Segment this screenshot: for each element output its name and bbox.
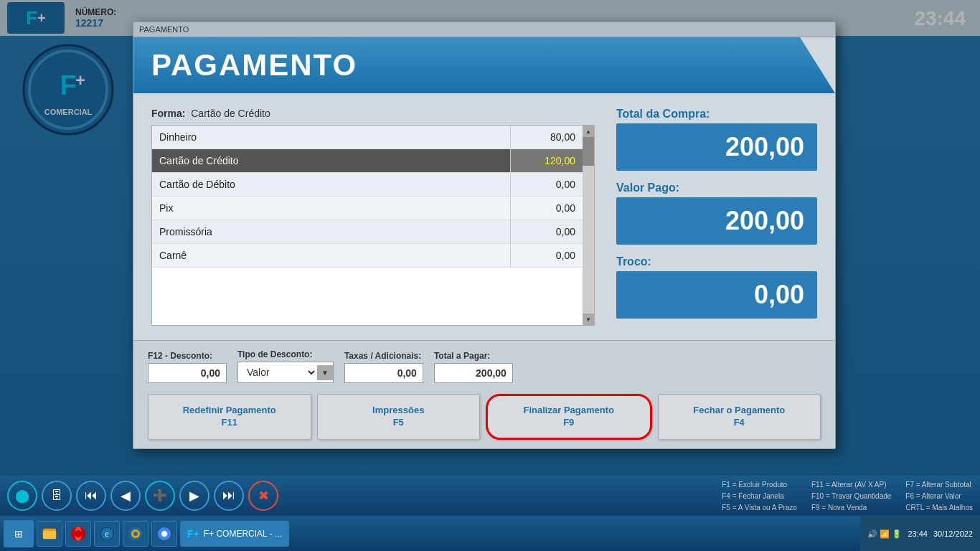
impressoes-button[interactable]: ImpressõesF5 bbox=[317, 394, 481, 440]
svg-point-11 bbox=[75, 530, 82, 537]
tipo-desconto-arrow[interactable]: ▼ bbox=[317, 365, 333, 380]
modal-header: PAGAMENTO bbox=[133, 37, 835, 93]
tray-date: 30/12/2022 bbox=[933, 529, 973, 538]
scroll-down-arrow[interactable]: ▼ bbox=[583, 314, 594, 325]
payment-row-5[interactable]: Carnê0,00 bbox=[152, 244, 594, 268]
nav-btn-next[interactable]: ▶ bbox=[179, 481, 209, 511]
desconto-label: F12 - Desconto: bbox=[148, 351, 227, 361]
finalizar-button[interactable]: Finalizar PagamentoF9 bbox=[486, 394, 652, 440]
payment-value-5: 0,00 bbox=[511, 244, 583, 267]
fechar-label: Fechar o PagamentoF4 bbox=[693, 405, 785, 428]
left-panel: Forma: Cartão de Crédito Dinheiro80,00Ca… bbox=[151, 108, 595, 326]
modal-body: Forma: Cartão de Crédito Dinheiro80,00Ca… bbox=[151, 108, 817, 326]
taskbar-explorer-icon[interactable] bbox=[37, 521, 62, 547]
payment-name-4: Promissória bbox=[152, 220, 511, 243]
shortcut-f1: F1 = Excluir Produto bbox=[722, 479, 797, 491]
total-pagar-input[interactable] bbox=[434, 363, 513, 383]
shortcut-f4: F4 = Fechar Janela bbox=[722, 491, 797, 502]
troco-section: Troco: 0,00 bbox=[616, 255, 817, 319]
nav-btn-prev[interactable]: ◀ bbox=[110, 481, 141, 511]
tray-time: 23:44 bbox=[908, 529, 928, 538]
payment-name-5: Carnê bbox=[152, 244, 511, 267]
modal-content: Forma: Cartão de Crédito Dinheiro80,00Ca… bbox=[133, 93, 835, 340]
shortcuts-hint: F1 = Excluir Produto F11 = Alterar (AV X… bbox=[722, 479, 973, 514]
scrollbar-thumb[interactable] bbox=[583, 137, 594, 166]
valor-pago-value: 200,00 bbox=[616, 197, 817, 245]
nav-btn-db[interactable]: 🗄 bbox=[42, 481, 72, 511]
svg-text:⊞: ⊞ bbox=[14, 528, 23, 540]
taskbar-firefox-icon[interactable] bbox=[123, 521, 149, 547]
forma-label: Forma: Cartão de Crédito bbox=[151, 108, 595, 119]
taskbar: ⊞ e F+ F+ COMERCIA bbox=[0, 517, 980, 551]
svg-point-18 bbox=[161, 531, 167, 537]
nav-btn-add[interactable]: ➕ bbox=[145, 481, 175, 511]
payment-value-2: 0,00 bbox=[511, 173, 583, 196]
tipo-desconto-select[interactable]: Valor % bbox=[238, 362, 317, 382]
shortcut-f5: F5 = A Vista ou A Prazo bbox=[722, 502, 797, 514]
taskbar-ie-icon[interactable]: e bbox=[94, 521, 120, 547]
modal-bottom: F12 - Desconto: Tipo de Desconto: Valor … bbox=[133, 340, 835, 448]
tipo-desconto-group: Tipo de Desconto: Valor % ▼ bbox=[237, 349, 334, 383]
payment-value-3: 0,00 bbox=[511, 197, 583, 220]
total-compra-label: Total da Compra: bbox=[616, 108, 817, 121]
troco-label: Troco: bbox=[616, 255, 817, 268]
desconto-group: F12 - Desconto: bbox=[148, 351, 227, 383]
nav-btn-first[interactable]: ⏮ bbox=[76, 481, 106, 511]
modal-title: PAGAMENTO bbox=[151, 48, 357, 83]
tipo-desconto-label: Tipo de Desconto: bbox=[237, 349, 334, 359]
shortcut-f7: F7 = Alterar Subtotal bbox=[905, 479, 973, 491]
taskbar-app-label: F+ COMERCIAL - ... bbox=[204, 529, 282, 539]
payment-row-3[interactable]: Pix0,00 bbox=[152, 197, 594, 220]
scroll-up-arrow[interactable]: ▲ bbox=[583, 126, 594, 137]
scrollbar-track[interactable]: ▲ ▼ bbox=[583, 126, 594, 325]
payment-rows: Dinheiro80,00Cartão de Crédito120,00Cart… bbox=[152, 126, 594, 268]
taskbar-fplus-app[interactable]: F+ F+ COMERCIAL - ... bbox=[180, 521, 289, 547]
system-tray: 🔊 📶 🔋 23:44 30/12/2022 bbox=[860, 517, 980, 551]
payment-row-2[interactable]: Cartão de Débito0,00 bbox=[152, 173, 594, 197]
payment-value-1: 120,00 bbox=[511, 149, 583, 172]
valor-pago-label: Valor Pago: bbox=[616, 182, 817, 194]
total-pagar-label: Total a Pagar: bbox=[434, 351, 513, 361]
tipo-desconto-wrapper[interactable]: Valor % ▼ bbox=[237, 362, 334, 383]
taskbar-opera-icon[interactable] bbox=[65, 521, 91, 547]
shortcut-f10: F10 = Travar Quantidade bbox=[811, 491, 891, 502]
right-panel: Total da Compra: 200,00 Valor Pago: 200,… bbox=[616, 108, 817, 326]
payment-value-4: 0,00 bbox=[511, 220, 583, 243]
taskbar-chrome-icon[interactable] bbox=[151, 521, 177, 547]
start-button[interactable]: ⊞ bbox=[4, 520, 34, 547]
forma-strong: Forma: bbox=[151, 108, 185, 119]
svg-text:e: e bbox=[105, 529, 109, 539]
troco-value: 0,00 bbox=[616, 271, 817, 319]
bottom-fields: F12 - Desconto: Tipo de Desconto: Valor … bbox=[148, 349, 821, 383]
nav-btn-close[interactable]: ✖ bbox=[248, 481, 278, 511]
finalizar-label: Finalizar PagamentoF9 bbox=[524, 405, 614, 428]
shortcut-f11: F11 = Alterar (AV X AP) bbox=[811, 479, 891, 491]
payment-modal: PAGAMENTO PAGAMENTO Forma: Cartão de Cré… bbox=[133, 22, 836, 449]
payment-name-2: Cartão de Débito bbox=[152, 173, 511, 196]
modal-titlebar-text: PAGAMENTO bbox=[139, 25, 189, 34]
taxas-label: Taxas / Adicionais: bbox=[344, 351, 423, 361]
payment-row-0[interactable]: Dinheiro80,00 bbox=[152, 126, 594, 149]
nav-btn-disc[interactable]: ⬤ bbox=[7, 481, 37, 511]
redefinir-label: Redefinir PagamentoF11 bbox=[183, 405, 276, 428]
nav-btn-last[interactable]: ⏭ bbox=[214, 481, 244, 511]
shortcut-f9: F9 = Nova Venda bbox=[811, 502, 891, 514]
tray-icons: 🔊 📶 🔋 bbox=[867, 529, 902, 539]
payment-name-0: Dinheiro bbox=[152, 126, 511, 149]
svg-point-16 bbox=[133, 532, 138, 536]
payment-row-1[interactable]: Cartão de Crédito120,00 bbox=[152, 149, 594, 173]
total-compra-section: Total da Compra: 200,00 bbox=[616, 108, 817, 171]
forma-value: Cartão de Crédito bbox=[191, 108, 270, 119]
modal-titlebar: PAGAMENTO bbox=[133, 22, 835, 37]
desconto-input[interactable] bbox=[148, 363, 227, 383]
action-buttons: Redefinir PagamentoF11 ImpressõesF5 Fina… bbox=[148, 394, 821, 440]
payment-list-container[interactable]: Dinheiro80,00Cartão de Crédito120,00Cart… bbox=[151, 125, 595, 326]
svg-rect-8 bbox=[43, 531, 56, 539]
taxas-input[interactable] bbox=[344, 363, 423, 383]
payment-name-3: Pix bbox=[152, 197, 511, 220]
total-compra-value: 200,00 bbox=[616, 123, 817, 171]
fechar-button[interactable]: Fechar o PagamentoF4 bbox=[658, 394, 821, 440]
total-pagar-group: Total a Pagar: bbox=[434, 351, 513, 383]
payment-row-4[interactable]: Promissória0,00 bbox=[152, 220, 594, 244]
redefinir-button[interactable]: Redefinir PagamentoF11 bbox=[148, 394, 311, 440]
